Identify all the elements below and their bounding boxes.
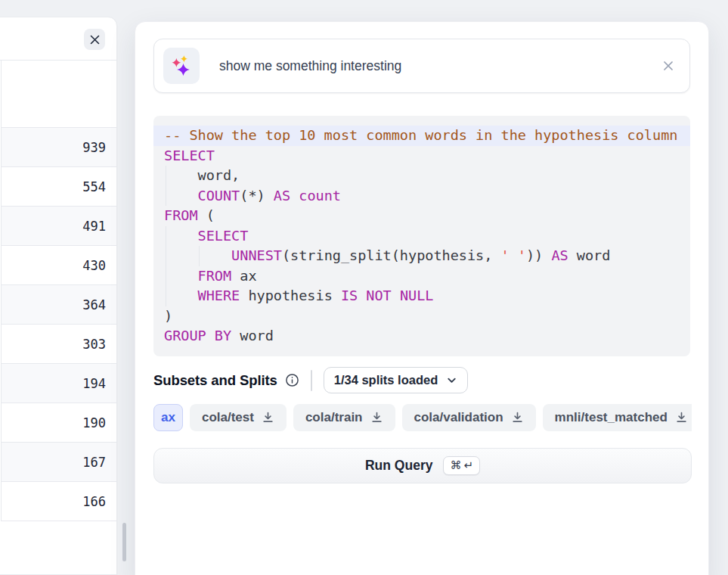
- sql-keyword: AS: [551, 247, 568, 263]
- table-row[interactable]: 166: [2, 482, 116, 521]
- sql-text: [164, 188, 198, 204]
- run-query-label: Run Query: [365, 458, 432, 474]
- table-row[interactable]: 303: [2, 325, 116, 364]
- count-cell: 939: [82, 140, 106, 155]
- split-chip-ax[interactable]: ax: [153, 404, 183, 431]
- count-cell: 166: [82, 494, 106, 509]
- sql-keyword: FROM: [164, 207, 198, 223]
- count-cell: 554: [82, 179, 106, 194]
- sql-text: [164, 268, 198, 284]
- sql-keyword: IS NOT NULL: [341, 288, 434, 303]
- sql-keyword: COUNT: [198, 188, 240, 204]
- sql-keyword: GROUP BY: [164, 328, 231, 343]
- sql-text: ax: [231, 268, 256, 284]
- results-table-panel: 939554491430364303194190167166: [0, 17, 117, 575]
- sql-text: [164, 288, 198, 303]
- splits-loaded-label: 1/34 splits loaded: [334, 373, 438, 387]
- sql-keyword: UNNEST: [231, 247, 282, 263]
- cmd-key-icon: ⌘: [450, 458, 461, 472]
- close-icon: [90, 35, 100, 45]
- sql-keyword: FROM: [198, 268, 232, 284]
- code-line: GROUP BY word: [153, 326, 690, 347]
- code-line: SELECT: [153, 226, 690, 247]
- split-chip-label: cola/train: [305, 410, 363, 425]
- splits-loaded-dropdown[interactable]: 1/34 splits loaded: [324, 367, 469, 393]
- ai-query-input[interactable]: show me something interesting: [153, 39, 690, 93]
- keyboard-shortcut-badge: ⌘ ↵: [443, 456, 480, 475]
- download-icon: [370, 411, 383, 424]
- count-cell: 364: [82, 297, 106, 312]
- table-row[interactable]: 364: [2, 285, 116, 325]
- chevron-down-icon: [446, 375, 457, 386]
- sql-keyword: SELECT: [164, 148, 215, 163]
- sql-editor[interactable]: -- Show the top 10 most common words in …: [153, 116, 690, 356]
- count-cell: 194: [82, 376, 106, 391]
- subsets-title: Subsets and Splits: [153, 372, 277, 389]
- table-row[interactable]: 491: [2, 207, 116, 246]
- code-line: word,: [153, 166, 690, 186]
- code-line: -- Show the top 10 most common words in …: [153, 126, 690, 146]
- table-row[interactable]: 190: [2, 403, 116, 443]
- table-row[interactable]: 939: [2, 128, 116, 167]
- sql-text: )): [526, 247, 551, 263]
- subsets-and-splits-bar: Subsets and Splits 1/34 splits loaded: [153, 367, 690, 394]
- split-chip-label: cola/test: [202, 410, 254, 425]
- results-table-header: [0, 17, 116, 61]
- code-line: WHERE hypothesis IS NOT NULL: [153, 286, 690, 306]
- sql-text: (*): [240, 188, 274, 204]
- info-icon[interactable]: [285, 373, 299, 387]
- sql-string: ' ': [501, 247, 526, 263]
- divider: [311, 370, 312, 391]
- sql-console-panel: show me something interesting -- Show th…: [135, 21, 709, 575]
- count-cell: 303: [82, 337, 106, 352]
- download-icon: [675, 411, 688, 424]
- sql-text: word,: [164, 167, 240, 183]
- sql-text: word: [568, 247, 611, 263]
- table-row[interactable]: 430: [2, 246, 116, 285]
- run-query-button[interactable]: Run Query ⌘ ↵: [153, 448, 692, 483]
- sql-text: (string_split(hypothesis,: [282, 247, 501, 263]
- table-row[interactable]: 554: [2, 167, 116, 207]
- sql-text: word: [231, 328, 274, 343]
- code-line: SELECT: [153, 146, 690, 166]
- download-icon: [262, 411, 274, 424]
- sql-keyword: AS count: [274, 188, 341, 204]
- close-results-button[interactable]: [84, 29, 105, 50]
- clear-query-button[interactable]: [661, 58, 676, 73]
- code-line: FROM ax: [153, 266, 690, 287]
- page: 939554491430364303194190167166 show me s…: [0, 0, 728, 575]
- count-cell: 190: [82, 415, 106, 430]
- count-cell: 430: [82, 258, 106, 273]
- code-line: ): [153, 306, 690, 327]
- sql-text: [164, 228, 198, 244]
- x-icon: [661, 58, 676, 73]
- download-icon: [511, 411, 524, 424]
- sql-text: hypothesis: [240, 288, 341, 303]
- ai-query-text: show me something interesting: [219, 58, 641, 74]
- sql-keyword: SELECT: [198, 228, 249, 244]
- count-cell: 491: [82, 219, 106, 234]
- split-chips-row: axcola/testcola/traincola/validationmnli…: [153, 404, 692, 431]
- table-row[interactable]: 194: [2, 364, 116, 403]
- count-cell: 167: [82, 455, 106, 470]
- return-key-icon: ↵: [463, 458, 473, 472]
- vertical-scrollbar-thumb[interactable]: [122, 523, 126, 561]
- split-chip-cola-train[interactable]: cola/train: [293, 404, 395, 431]
- code-line: FROM (: [153, 206, 690, 226]
- code-line: COUNT(*) AS count: [153, 186, 690, 207]
- split-chip-cola-test[interactable]: cola/test: [190, 404, 287, 431]
- code-line: UNNEST(string_split(hypothesis, ' ')) AS…: [153, 246, 690, 266]
- sql-text: [164, 247, 231, 263]
- sql-text: ): [164, 308, 172, 324]
- table-row[interactable]: [2, 61, 116, 128]
- split-chip-cola-validation[interactable]: cola/validation: [402, 404, 536, 431]
- split-chip-label: mnli/test_matched: [555, 410, 668, 425]
- sql-comment: -- Show the top 10 most common words in …: [164, 127, 677, 143]
- sql-text: (: [198, 207, 215, 223]
- split-chip-label: cola/validation: [414, 410, 503, 425]
- table-row[interactable]: 167: [2, 443, 116, 482]
- split-chip-mnli-test-matched[interactable]: mnli/test_matched: [543, 404, 692, 431]
- sparkles-icon: [163, 48, 200, 84]
- results-table-body: 939554491430364303194190167166: [1, 61, 116, 521]
- sql-keyword: WHERE: [198, 288, 240, 303]
